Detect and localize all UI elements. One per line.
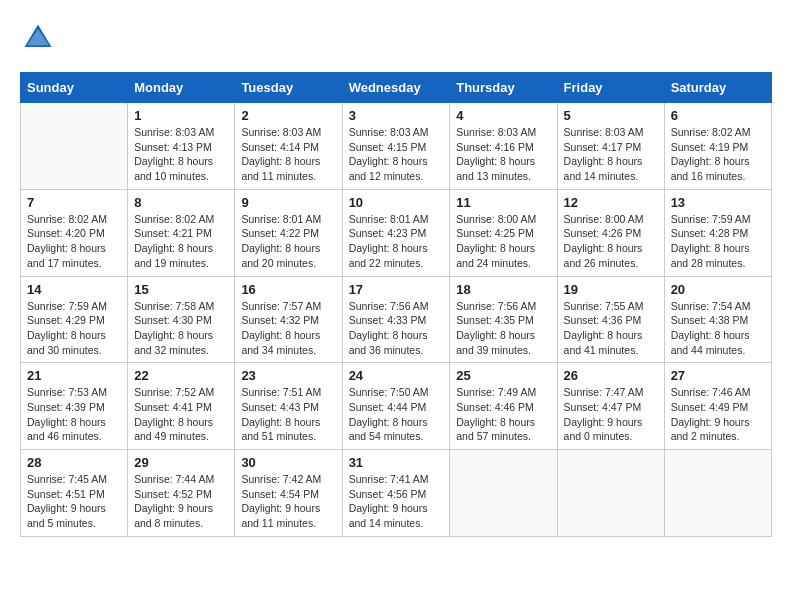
day-info: Sunrise: 7:50 AMSunset: 4:44 PMDaylight:… [349, 385, 444, 444]
calendar-cell: 31Sunrise: 7:41 AMSunset: 4:56 PMDayligh… [342, 450, 450, 537]
day-number: 11 [456, 195, 550, 210]
day-info: Sunrise: 7:56 AMSunset: 4:35 PMDaylight:… [456, 299, 550, 358]
day-info: Sunrise: 8:03 AMSunset: 4:13 PMDaylight:… [134, 125, 228, 184]
day-info: Sunrise: 7:54 AMSunset: 4:38 PMDaylight:… [671, 299, 765, 358]
calendar-cell: 20Sunrise: 7:54 AMSunset: 4:38 PMDayligh… [664, 276, 771, 363]
calendar-cell: 14Sunrise: 7:59 AMSunset: 4:29 PMDayligh… [21, 276, 128, 363]
day-info: Sunrise: 7:59 AMSunset: 4:29 PMDaylight:… [27, 299, 121, 358]
calendar-week-row: 21Sunrise: 7:53 AMSunset: 4:39 PMDayligh… [21, 363, 772, 450]
calendar-cell: 27Sunrise: 7:46 AMSunset: 4:49 PMDayligh… [664, 363, 771, 450]
day-info: Sunrise: 7:42 AMSunset: 4:54 PMDaylight:… [241, 472, 335, 531]
day-info: Sunrise: 7:58 AMSunset: 4:30 PMDaylight:… [134, 299, 228, 358]
day-info: Sunrise: 8:01 AMSunset: 4:22 PMDaylight:… [241, 212, 335, 271]
calendar-cell: 8Sunrise: 8:02 AMSunset: 4:21 PMDaylight… [128, 189, 235, 276]
calendar-cell: 9Sunrise: 8:01 AMSunset: 4:22 PMDaylight… [235, 189, 342, 276]
day-number: 6 [671, 108, 765, 123]
calendar-table: SundayMondayTuesdayWednesdayThursdayFrid… [20, 72, 772, 537]
day-number: 18 [456, 282, 550, 297]
day-number: 2 [241, 108, 335, 123]
day-info: Sunrise: 7:47 AMSunset: 4:47 PMDaylight:… [564, 385, 658, 444]
calendar-cell: 1Sunrise: 8:03 AMSunset: 4:13 PMDaylight… [128, 103, 235, 190]
day-number: 30 [241, 455, 335, 470]
calendar-header-row: SundayMondayTuesdayWednesdayThursdayFrid… [21, 73, 772, 103]
calendar-cell: 2Sunrise: 8:03 AMSunset: 4:14 PMDaylight… [235, 103, 342, 190]
page-header [20, 20, 772, 56]
weekday-header-saturday: Saturday [664, 73, 771, 103]
weekday-header-friday: Friday [557, 73, 664, 103]
calendar-cell: 10Sunrise: 8:01 AMSunset: 4:23 PMDayligh… [342, 189, 450, 276]
calendar-cell: 21Sunrise: 7:53 AMSunset: 4:39 PMDayligh… [21, 363, 128, 450]
calendar-cell: 19Sunrise: 7:55 AMSunset: 4:36 PMDayligh… [557, 276, 664, 363]
calendar-cell: 25Sunrise: 7:49 AMSunset: 4:46 PMDayligh… [450, 363, 557, 450]
calendar-cell: 11Sunrise: 8:00 AMSunset: 4:25 PMDayligh… [450, 189, 557, 276]
day-number: 3 [349, 108, 444, 123]
calendar-week-row: 1Sunrise: 8:03 AMSunset: 4:13 PMDaylight… [21, 103, 772, 190]
day-info: Sunrise: 7:56 AMSunset: 4:33 PMDaylight:… [349, 299, 444, 358]
calendar-cell: 12Sunrise: 8:00 AMSunset: 4:26 PMDayligh… [557, 189, 664, 276]
day-number: 17 [349, 282, 444, 297]
weekday-header-sunday: Sunday [21, 73, 128, 103]
day-info: Sunrise: 8:02 AMSunset: 4:20 PMDaylight:… [27, 212, 121, 271]
day-info: Sunrise: 8:00 AMSunset: 4:25 PMDaylight:… [456, 212, 550, 271]
calendar-cell: 24Sunrise: 7:50 AMSunset: 4:44 PMDayligh… [342, 363, 450, 450]
day-number: 16 [241, 282, 335, 297]
day-number: 14 [27, 282, 121, 297]
day-info: Sunrise: 7:52 AMSunset: 4:41 PMDaylight:… [134, 385, 228, 444]
day-info: Sunrise: 7:51 AMSunset: 4:43 PMDaylight:… [241, 385, 335, 444]
calendar-cell [557, 450, 664, 537]
weekday-header-thursday: Thursday [450, 73, 557, 103]
day-number: 19 [564, 282, 658, 297]
weekday-header-monday: Monday [128, 73, 235, 103]
day-number: 29 [134, 455, 228, 470]
day-number: 20 [671, 282, 765, 297]
day-number: 9 [241, 195, 335, 210]
day-info: Sunrise: 8:03 AMSunset: 4:17 PMDaylight:… [564, 125, 658, 184]
day-number: 23 [241, 368, 335, 383]
calendar-cell [664, 450, 771, 537]
calendar-cell: 6Sunrise: 8:02 AMSunset: 4:19 PMDaylight… [664, 103, 771, 190]
logo-icon [20, 20, 56, 56]
day-number: 13 [671, 195, 765, 210]
calendar-cell: 16Sunrise: 7:57 AMSunset: 4:32 PMDayligh… [235, 276, 342, 363]
day-number: 28 [27, 455, 121, 470]
calendar-week-row: 7Sunrise: 8:02 AMSunset: 4:20 PMDaylight… [21, 189, 772, 276]
weekday-header-tuesday: Tuesday [235, 73, 342, 103]
day-number: 31 [349, 455, 444, 470]
day-number: 25 [456, 368, 550, 383]
day-info: Sunrise: 7:45 AMSunset: 4:51 PMDaylight:… [27, 472, 121, 531]
calendar-cell: 13Sunrise: 7:59 AMSunset: 4:28 PMDayligh… [664, 189, 771, 276]
day-info: Sunrise: 8:03 AMSunset: 4:16 PMDaylight:… [456, 125, 550, 184]
day-info: Sunrise: 7:57 AMSunset: 4:32 PMDaylight:… [241, 299, 335, 358]
calendar-cell: 4Sunrise: 8:03 AMSunset: 4:16 PMDaylight… [450, 103, 557, 190]
day-info: Sunrise: 7:59 AMSunset: 4:28 PMDaylight:… [671, 212, 765, 271]
calendar-week-row: 28Sunrise: 7:45 AMSunset: 4:51 PMDayligh… [21, 450, 772, 537]
day-info: Sunrise: 7:49 AMSunset: 4:46 PMDaylight:… [456, 385, 550, 444]
calendar-cell: 7Sunrise: 8:02 AMSunset: 4:20 PMDaylight… [21, 189, 128, 276]
day-number: 24 [349, 368, 444, 383]
day-info: Sunrise: 7:41 AMSunset: 4:56 PMDaylight:… [349, 472, 444, 531]
day-info: Sunrise: 7:44 AMSunset: 4:52 PMDaylight:… [134, 472, 228, 531]
weekday-header-wednesday: Wednesday [342, 73, 450, 103]
day-number: 26 [564, 368, 658, 383]
calendar-cell: 23Sunrise: 7:51 AMSunset: 4:43 PMDayligh… [235, 363, 342, 450]
day-info: Sunrise: 8:01 AMSunset: 4:23 PMDaylight:… [349, 212, 444, 271]
calendar-week-row: 14Sunrise: 7:59 AMSunset: 4:29 PMDayligh… [21, 276, 772, 363]
calendar-cell: 29Sunrise: 7:44 AMSunset: 4:52 PMDayligh… [128, 450, 235, 537]
day-number: 22 [134, 368, 228, 383]
day-number: 10 [349, 195, 444, 210]
day-number: 15 [134, 282, 228, 297]
day-info: Sunrise: 8:02 AMSunset: 4:21 PMDaylight:… [134, 212, 228, 271]
calendar-cell: 15Sunrise: 7:58 AMSunset: 4:30 PMDayligh… [128, 276, 235, 363]
calendar-cell [21, 103, 128, 190]
logo [20, 20, 60, 56]
day-number: 5 [564, 108, 658, 123]
calendar-cell: 17Sunrise: 7:56 AMSunset: 4:33 PMDayligh… [342, 276, 450, 363]
day-number: 7 [27, 195, 121, 210]
calendar-cell: 28Sunrise: 7:45 AMSunset: 4:51 PMDayligh… [21, 450, 128, 537]
day-info: Sunrise: 8:03 AMSunset: 4:15 PMDaylight:… [349, 125, 444, 184]
day-number: 21 [27, 368, 121, 383]
calendar-cell: 3Sunrise: 8:03 AMSunset: 4:15 PMDaylight… [342, 103, 450, 190]
day-number: 8 [134, 195, 228, 210]
day-info: Sunrise: 8:03 AMSunset: 4:14 PMDaylight:… [241, 125, 335, 184]
day-info: Sunrise: 8:00 AMSunset: 4:26 PMDaylight:… [564, 212, 658, 271]
